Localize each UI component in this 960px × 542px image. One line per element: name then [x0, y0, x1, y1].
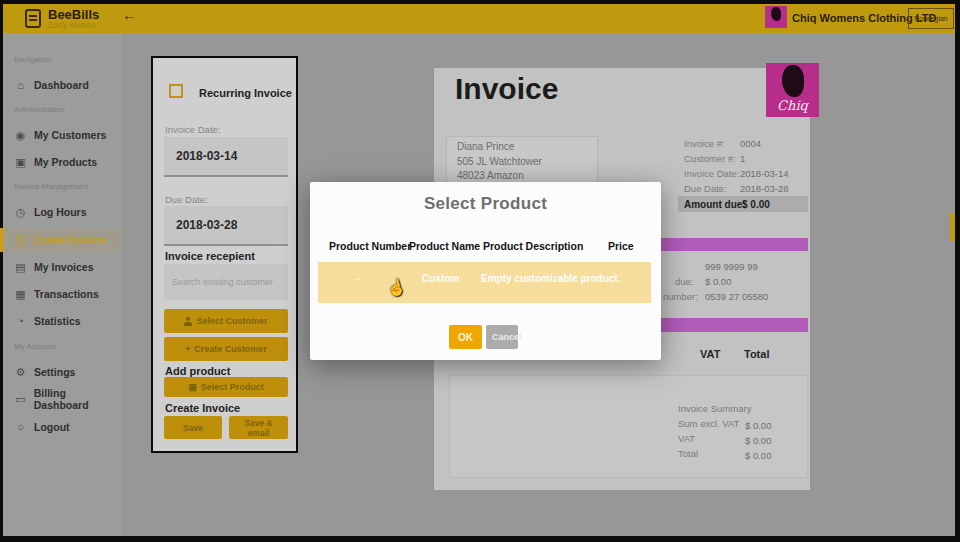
products-box-icon: ▣: [14, 156, 27, 169]
summary-vat-value: $ 0.00: [745, 435, 771, 446]
sidebar-item-log-hours[interactable]: ◷ Log Hours: [3, 200, 122, 224]
modal-col-product-name: Product Name: [409, 240, 480, 252]
due-date-label: Due Date:: [165, 194, 208, 205]
invoice-recipient-label: Invoice recepient: [165, 250, 255, 262]
power-icon: ○: [14, 421, 27, 433]
customer-city: 48023 Amazon: [457, 170, 524, 181]
customer-name: Diana Prince: [457, 141, 514, 152]
app-window: BeeBills Easy invoice ← Chiq Womens Clot…: [0, 0, 960, 542]
plus-icon: +: [185, 344, 190, 354]
product-box-icon: ▣: [188, 382, 197, 392]
product-row-number: -: [356, 273, 359, 284]
company-avatar[interactable]: [765, 6, 787, 28]
invoice-date-detail-label: Invoice Date:: [684, 168, 739, 179]
sidebar-item-statistics[interactable]: ◔ Statistics: [3, 309, 122, 333]
summary-total-label: Total: [678, 448, 698, 459]
summary-title: Invoice Summary: [678, 403, 751, 414]
modal-col-price: Price: [608, 240, 634, 252]
due-date-input[interactable]: [164, 206, 288, 246]
chiq-logo-image: Chiq: [766, 63, 819, 117]
create-customer-button[interactable]: + Create Customer: [164, 337, 288, 361]
customer-number-label: Customer #:: [684, 153, 736, 164]
search-customer-input[interactable]: [164, 264, 288, 300]
contact-row-3-value: 0539 27 05580: [705, 291, 768, 302]
invoice-date-input[interactable]: [164, 137, 288, 177]
save-button[interactable]: Save: [164, 416, 222, 439]
select-product-button[interactable]: ▣ Select Product: [164, 377, 288, 397]
sidebar-item-transactions[interactable]: ▦ Transactions: [3, 282, 122, 306]
sidebar-item-my-customers[interactable]: ◉ My Customers: [3, 123, 122, 147]
contact-row-3-label: number:: [663, 291, 698, 302]
amount-due-value: $ 0.00: [742, 199, 770, 210]
customer-number-value: 1: [740, 153, 745, 164]
create-invoice-label: Create Invoice: [165, 402, 240, 414]
modal-col-product-number: Product Number: [329, 240, 411, 252]
sidebar-item-my-products[interactable]: ▣ My Products: [3, 150, 122, 174]
sidebar-item-logout[interactable]: ○ Logout: [3, 415, 122, 439]
pie-chart-icon: ◔: [14, 315, 27, 327]
contact-row-2-label: due:: [675, 276, 694, 287]
frame-edge-right: [955, 0, 960, 542]
person-icon: [184, 317, 192, 326]
invoice-date-label: Invoice Date:: [165, 124, 220, 135]
sidebar-item-dashboard[interactable]: ⌂ Dashboard: [3, 73, 122, 97]
receipt-icon: ▦: [14, 288, 27, 301]
sidebar-section-administration: Administration: [3, 104, 122, 116]
customer-street: 505 JL Watchtower: [457, 156, 542, 167]
table-header-total: Total: [744, 348, 769, 360]
summary-sum-value: $ 0.00: [745, 420, 771, 431]
recurring-invoice-label: Recurring Invoice: [199, 87, 292, 99]
sidebar-item-settings[interactable]: ⚙ Settings: [3, 360, 122, 384]
invoice-title: Invoice: [455, 72, 558, 106]
beebills-logo-icon: [25, 9, 41, 28]
sidebar-section-invoice-management: Invoice Management: [3, 181, 122, 193]
sidebar-section-my-account: My Account: [3, 341, 122, 353]
sidebar-item-create-invoice[interactable]: {} Create Invoice: [3, 228, 122, 252]
product-row-name: Custom: [422, 273, 459, 284]
sidebar-item-billing-dashboard[interactable]: ▭ Billing Dashboard: [3, 387, 122, 411]
recurring-invoice-checkbox[interactable]: [169, 84, 183, 98]
sidebar-item-my-invoices[interactable]: ▤ My Invoices: [3, 255, 122, 279]
invoice-number-value: 0004: [740, 138, 761, 149]
modal-title: Select Product: [310, 194, 661, 214]
summary-sum-label: Sum excl. VAT: [678, 418, 739, 429]
billing-card-icon: ▭: [14, 393, 27, 406]
frame-edge-bottom: [0, 536, 960, 542]
ok-button[interactable]: OK: [449, 325, 482, 349]
table-header-vat: VAT: [700, 348, 720, 360]
back-arrow-icon[interactable]: ←: [122, 6, 137, 23]
language-button[interactable]: Norwegian: [908, 8, 954, 29]
cancel-button[interactable]: Cancel: [486, 325, 518, 349]
code-brackets-icon: {}: [14, 234, 27, 246]
save-email-button[interactable]: Save & email: [229, 416, 288, 439]
sidebar-section-navigation: Navigation: [3, 54, 122, 66]
product-row-description: Empty customizable product.: [481, 273, 620, 284]
chiq-logo-text: Chiq: [766, 98, 819, 113]
edge-gold-tab[interactable]: [950, 214, 955, 242]
select-customer-button[interactable]: Select Customer: [164, 309, 288, 333]
add-product-label: Add product: [165, 365, 230, 377]
due-date-detail-value: 2018-03-28: [740, 183, 789, 194]
summary-vat-label: VAT: [678, 433, 695, 444]
amount-due-label: Amount due:: [684, 199, 746, 210]
modal-col-product-description: Product Description: [483, 240, 583, 252]
pages-icon: ▤: [14, 261, 27, 274]
clock-icon: ◷: [14, 206, 27, 219]
home-icon: ⌂: [14, 79, 27, 91]
due-date-detail-label: Due Date:: [684, 183, 727, 194]
invoice-date-detail-value: 2018-03-14: [740, 168, 789, 179]
summary-total-value: $ 0.00: [745, 450, 771, 461]
eye-icon: ◉: [14, 129, 27, 142]
invoice-number-label: Invoice #:: [684, 138, 725, 149]
contact-row-1-value: 999 9999 99: [705, 261, 758, 272]
contact-row-2-value: $ 0.00: [705, 276, 731, 287]
gear-icon: ⚙: [14, 366, 27, 379]
brand-tagline: Easy invoice: [48, 20, 96, 30]
